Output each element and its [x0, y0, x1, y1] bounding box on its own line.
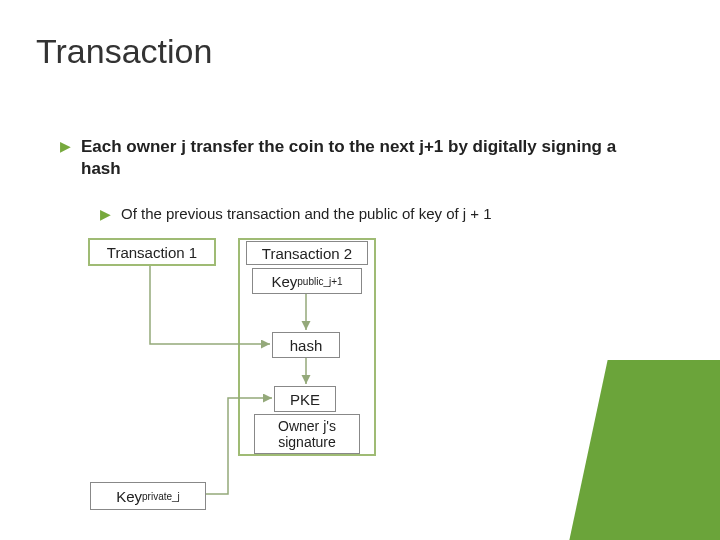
box-key-public: Keypublic_j+1: [252, 268, 362, 294]
bullet-main: ▶ Each owner j transfer the coin to the …: [60, 136, 640, 180]
box-pke: PKE: [274, 386, 336, 412]
bullet-icon: ▶: [100, 206, 111, 222]
bullet-sub-text: Of the previous transaction and the publ…: [121, 204, 492, 224]
key-private-sub: private_j: [142, 491, 180, 502]
key-public-prefix: Key: [271, 273, 297, 290]
slide-decor-accent: [552, 360, 720, 540]
box-transaction-1: Transaction 1: [88, 238, 216, 266]
slide-title: Transaction: [36, 32, 212, 71]
bullet-icon: ▶: [60, 138, 71, 154]
bullet-sub: ▶ Of the previous transaction and the pu…: [100, 204, 620, 224]
key-public-sub: public_j+1: [297, 276, 342, 287]
bullet-main-text: Each owner j transfer the coin to the ne…: [81, 136, 640, 180]
box-hash: hash: [272, 332, 340, 358]
key-private-prefix: Key: [116, 488, 142, 505]
box-transaction-2-label: Transaction 2: [246, 241, 368, 265]
box-signature: Owner j's signature: [254, 414, 360, 454]
box-key-private: Keyprivate_j: [90, 482, 206, 510]
